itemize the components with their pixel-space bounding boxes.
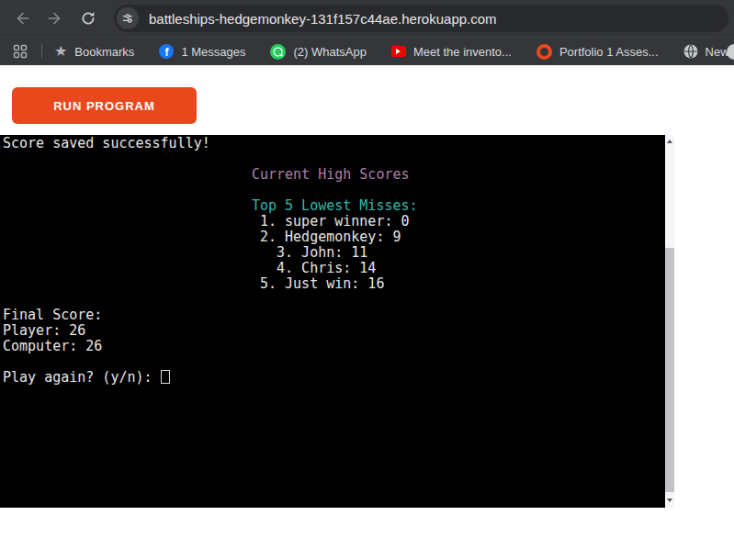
run-program-button[interactable]: RUN PROGRAM xyxy=(12,87,197,124)
whatsapp-icon xyxy=(270,44,286,60)
terminal-line xyxy=(3,151,665,167)
address-bar[interactable]: battleships-hedgemonkey-131f157c44ae.her… xyxy=(114,5,728,32)
bookmark-item-portfolio[interactable]: Portfolio 1 Asses... xyxy=(536,44,659,60)
bookmark-label: Bookmarks xyxy=(74,45,134,59)
bookmark-item-whatsapp[interactable]: (2) WhatsApp xyxy=(270,44,366,60)
terminal-line: Score saved successfully! xyxy=(3,136,665,151)
forward-arrow-icon xyxy=(46,9,64,28)
scroll-down-arrow-icon xyxy=(667,498,672,502)
terminal-line xyxy=(3,183,665,198)
terminal-line: 2. Hedgemonkey: 9 xyxy=(3,230,665,245)
terminal-cursor xyxy=(161,370,170,384)
browser-toolbar: battleships-hedgemonkey-131f157c44ae.her… xyxy=(0,0,734,37)
reload-button[interactable] xyxy=(73,4,103,33)
bookmark-item-bookmarks[interactable]: ★ Bookmarks xyxy=(54,44,134,59)
terminal-line: Top 5 Lowest Misses: xyxy=(3,198,665,214)
terminal-line: Player: 26 xyxy=(3,323,665,339)
terminal-line: 4. Chris: 14 xyxy=(3,261,665,276)
scrollbar-up-button[interactable] xyxy=(665,135,674,148)
terminal-line: Play again? (y/n): xyxy=(3,370,665,386)
orange-ring-icon xyxy=(536,44,552,60)
terminal-line xyxy=(3,292,665,308)
bookmark-item-youtube[interactable]: Meet the invento... xyxy=(391,45,512,59)
site-settings-button[interactable] xyxy=(117,7,139,29)
terminal-line: Current High Scores xyxy=(3,167,665,183)
bookmark-label: Portfolio 1 Asses... xyxy=(559,45,659,59)
scrollbar-down-button[interactable] xyxy=(665,493,674,508)
star-icon: ★ xyxy=(54,44,67,59)
bookmark-label: (2) WhatsApp xyxy=(293,45,366,59)
bookmark-label: 1 Messages xyxy=(181,45,245,59)
terminal-line xyxy=(3,354,665,370)
terminal-container: Score saved successfully! Current High S… xyxy=(0,135,674,508)
terminal-line: Final Score: xyxy=(3,308,665,323)
scroll-up-arrow-icon xyxy=(667,140,672,143)
bookmark-item-messages[interactable]: f 1 Messages xyxy=(159,44,245,59)
terminal-line: Computer: 26 xyxy=(3,339,665,354)
back-button[interactable] xyxy=(7,4,37,33)
apps-grid-icon xyxy=(13,44,28,59)
terminal-line: 5. Just win: 16 xyxy=(3,276,665,292)
url-text: battleships-hedgemonkey-131f157c44ae.her… xyxy=(149,11,497,27)
forward-button[interactable] xyxy=(40,4,70,33)
back-arrow-icon xyxy=(13,9,31,28)
terminal-scrollbar[interactable] xyxy=(665,135,674,508)
reload-icon xyxy=(79,9,97,28)
facebook-icon: f xyxy=(159,44,174,59)
bookmarks-separator xyxy=(41,44,42,59)
scrollbar-thumb[interactable] xyxy=(665,248,674,492)
terminal-line: 3. John: 11 xyxy=(3,245,665,261)
terminal-output[interactable]: Score saved successfully! Current High S… xyxy=(0,135,665,508)
apps-button[interactable] xyxy=(11,42,29,61)
tune-icon xyxy=(121,12,134,25)
bookmark-label: Meet the invento... xyxy=(413,45,512,59)
globe-icon xyxy=(683,44,698,59)
terminal-line: 1. super winner: 0 xyxy=(3,214,665,230)
youtube-icon xyxy=(391,46,406,57)
bookmarks-bar: ★ Bookmarks f 1 Messages (2) WhatsApp Me… xyxy=(0,37,734,65)
page-content: RUN PROGRAM Score saved successfully! Cu… xyxy=(0,65,734,560)
